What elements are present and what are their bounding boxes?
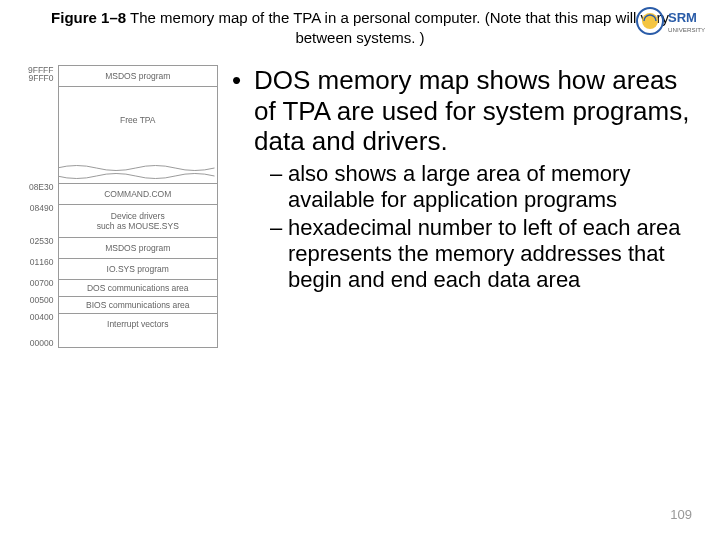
sub-bullet-list: also shows a large area of memory availa… <box>254 161 702 293</box>
logo-sub: UNIVERSITY <box>668 26 705 33</box>
main-bullet-list: DOS memory map shows how areas of TPA ar… <box>232 65 702 293</box>
mm-region-bios-comm: BIOS communications area <box>58 296 218 313</box>
srm-logo-icon: SRM UNIVERSITY <box>632 4 710 40</box>
addr-label: 00700 <box>16 279 58 296</box>
addr-label: 08E30 <box>16 183 58 204</box>
sub-bullet: hexadecimal number to left of each area … <box>270 215 702 293</box>
figure-number: Figure 1–8 <box>51 9 126 26</box>
memory-map-table: 9FFFF 9FFF0 MSDOS program Free TPA <box>16 65 218 348</box>
addr-label: 00400 00000 <box>16 313 58 347</box>
memory-break-icon <box>58 159 218 183</box>
university-logo: SRM UNIVERSITY <box>632 4 710 54</box>
memory-map-diagram: 9FFFF 9FFF0 MSDOS program Free TPA <box>14 65 218 348</box>
mm-region-command-com: COMMAND.COM <box>58 183 218 204</box>
content-row: 9FFFF 9FFF0 MSDOS program Free TPA <box>14 65 706 348</box>
addr-label: 00500 <box>16 296 58 313</box>
text-column: DOS memory map shows how areas of TPA ar… <box>232 65 706 348</box>
mm-region-dos-comm: DOS communications area <box>58 279 218 296</box>
page-number: 109 <box>670 507 692 522</box>
sub-bullet: also shows a large area of memory availa… <box>270 161 702 213</box>
svg-text:SRM: SRM <box>668 10 697 25</box>
mm-region-msdos: MSDOS program <box>58 237 218 258</box>
slide: SRM UNIVERSITY Figure 1–8 The memory map… <box>0 0 720 540</box>
addr-label: 02530 <box>16 237 58 258</box>
figure-caption: Figure 1–8 The memory map of the TPA in … <box>14 8 706 47</box>
mm-region-device-drivers: Device drivers such as MOUSE.SYS <box>58 204 218 237</box>
mm-region-io-sys: IO.SYS program <box>58 258 218 279</box>
main-bullet: DOS memory map shows how areas of TPA ar… <box>232 65 702 293</box>
addr-label: 08490 <box>16 204 58 237</box>
mm-region-free-tpa: Free TPA <box>58 87 218 159</box>
mm-region-msdos-top: MSDOS program <box>58 66 218 87</box>
mm-region-interrupt-vectors: Interrupt vectors <box>58 313 218 347</box>
addr-label: 01160 <box>16 258 58 279</box>
figure-title-line2: between systems. ) <box>295 29 424 46</box>
figure-title-line1: The memory map of the TPA in a personal … <box>126 9 669 26</box>
main-bullet-text: DOS memory map shows how areas of TPA ar… <box>254 65 689 156</box>
addr-label: 9FFFF 9FFF0 <box>16 66 58 87</box>
